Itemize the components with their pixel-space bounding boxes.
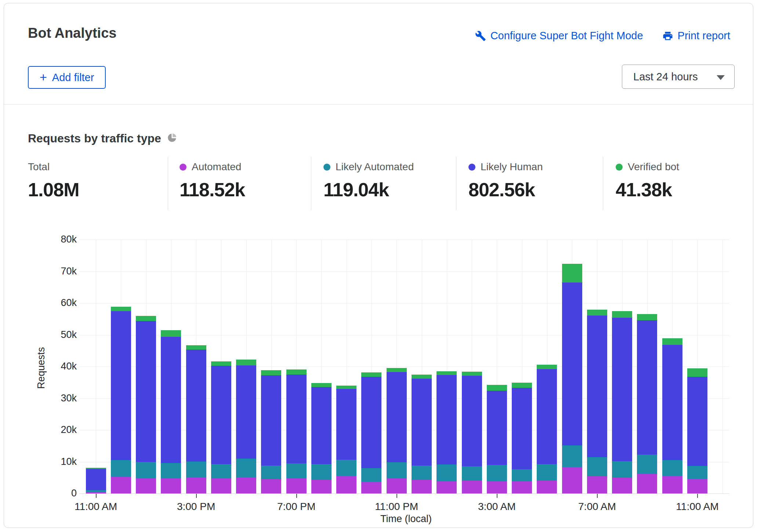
bar-stack[interactable] (136, 240, 156, 493)
bar-segment-likely-automated (662, 460, 682, 475)
x-tick-label: 7:00 AM (578, 501, 616, 513)
bar-segment-likely-human (361, 377, 381, 468)
y-tick-label: 30k (33, 393, 77, 404)
configure-super-bot-fight-mode-link[interactable]: Configure Super Bot Fight Mode (475, 30, 643, 42)
legend-dot-likely-automated (323, 164, 330, 171)
bar-stack[interactable] (487, 240, 507, 493)
bar-stack[interactable] (687, 240, 707, 493)
stat-divider (603, 157, 603, 210)
stat-divider (311, 157, 311, 210)
y-tick-label: 20k (33, 424, 77, 436)
print-link-label: Print report (678, 30, 730, 42)
y-tick-label: 0 (33, 488, 77, 499)
bar-stack[interactable] (86, 240, 106, 493)
x-tick-label: 11:00 AM (75, 501, 117, 513)
add-filter-button[interactable]: + Add filter (28, 66, 106, 89)
bar-stack[interactable] (261, 240, 281, 493)
bar-stack[interactable] (336, 240, 356, 493)
bar-segment-verified-bot (311, 383, 332, 387)
bar-stack[interactable] (462, 240, 482, 493)
bar-stack[interactable] (286, 240, 307, 493)
bar-segment-likely-human (387, 372, 407, 463)
bar-segment-likely-human (111, 311, 131, 460)
bar-segment-automated (512, 481, 532, 493)
y-tick-label: 50k (33, 329, 77, 340)
pie-chart-icon (167, 133, 177, 144)
x-tick-mark (96, 494, 97, 498)
bar-segment-automated (537, 481, 557, 493)
bar-segment-verified-bot (512, 383, 532, 388)
bar-segment-automated (361, 482, 381, 493)
bar-stack[interactable] (612, 240, 632, 493)
bar-segment-automated (311, 480, 332, 493)
bar-stack[interactable] (537, 240, 557, 493)
page-title: Bot Analytics (28, 25, 116, 41)
bar-segment-verified-bot (111, 307, 131, 311)
bar-segment-likely-human (236, 365, 256, 459)
bar-segment-likely-automated (537, 464, 557, 481)
bar-stack[interactable] (512, 240, 532, 493)
bar-segment-likely-human (462, 376, 482, 466)
bar-stack[interactable] (111, 240, 131, 493)
bar-stack[interactable] (637, 240, 657, 493)
stat-label: Verified bot (628, 161, 679, 173)
bar-stack[interactable] (361, 240, 381, 493)
x-axis-title: Time (local) (83, 513, 729, 525)
section-header: Requests by traffic type (28, 132, 177, 145)
header-actions: Configure Super Bot Fight Mode Print rep… (475, 30, 730, 42)
bar-segment-verified-bot (186, 345, 206, 350)
bar-stack[interactable] (412, 240, 432, 493)
bar-segment-verified-bot (336, 386, 356, 389)
stat-label: Total (28, 161, 50, 173)
bar-stack[interactable] (437, 240, 457, 493)
bar-stack[interactable] (236, 240, 256, 493)
plus-icon: + (40, 71, 47, 83)
stat-divider (168, 157, 168, 210)
bar-segment-verified-bot (462, 372, 482, 376)
bar-stack[interactable] (186, 240, 206, 493)
x-tick-mark (196, 494, 197, 498)
stat-likely-human: Likely Human 802.56k (468, 161, 543, 201)
bar-segment-automated (587, 476, 607, 493)
bar-segment-likely-automated (286, 463, 307, 478)
bar-stack[interactable] (161, 240, 181, 493)
bar-segment-automated (562, 467, 582, 493)
bar-segment-likely-automated (637, 455, 657, 474)
print-report-link[interactable]: Print report (662, 30, 730, 42)
bar-segment-likely-human (437, 375, 457, 464)
time-range-select[interactable]: Last 24 hours (622, 65, 735, 89)
bar-segment-likely-human (687, 377, 707, 466)
stat-verified-bot: Verified bot 41.38k (616, 161, 679, 201)
bar-stack[interactable] (311, 240, 332, 493)
bar-segment-automated (612, 478, 632, 493)
bar-stack[interactable] (211, 240, 231, 493)
bar-segment-verified-bot (537, 365, 557, 369)
bar-segment-automated (211, 478, 231, 493)
bar-segment-automated (286, 478, 307, 493)
y-tick-label: 60k (33, 297, 77, 309)
bar-segment-likely-automated (311, 464, 332, 480)
gridline-horizontal (79, 493, 729, 494)
bar-segment-likely-human (512, 388, 532, 469)
bar-segment-verified-bot (637, 314, 657, 320)
bar-segment-likely-human (136, 321, 156, 462)
bar-stack[interactable] (387, 240, 407, 493)
bar-segment-automated (236, 477, 256, 493)
bar-segment-automated (387, 478, 407, 493)
stat-automated: Automated 118.52k (180, 161, 245, 201)
x-tick-label: 11:00 PM (375, 501, 418, 513)
stat-value: 802.56k (468, 179, 543, 201)
bar-stack[interactable] (562, 240, 582, 493)
bot-analytics-card: Bot Analytics Configure Super Bot Fight … (4, 3, 753, 528)
x-tick-mark (697, 494, 698, 498)
bar-segment-verified-bot (211, 361, 231, 366)
bar-segment-automated (136, 478, 156, 493)
bar-segment-verified-bot (612, 311, 632, 318)
bar-stack[interactable] (662, 240, 682, 493)
bar-segment-likely-human (587, 316, 607, 458)
bar-segment-automated (161, 478, 181, 493)
x-tick-label: 11:00 AM (676, 501, 718, 513)
add-filter-label: Add filter (52, 72, 94, 84)
bar-stack[interactable] (587, 240, 607, 493)
bar-segment-verified-bot (261, 370, 281, 375)
